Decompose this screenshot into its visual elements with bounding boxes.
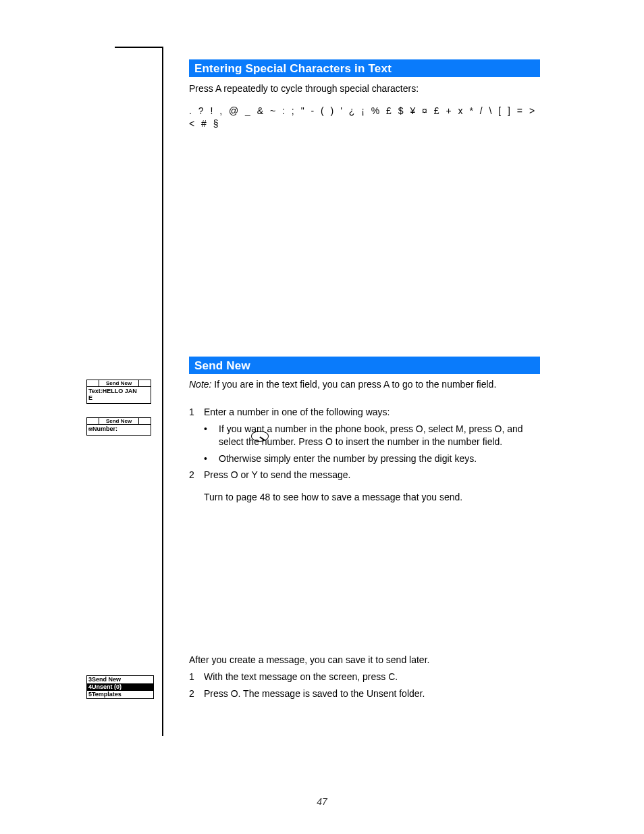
mock-list-row: 3Send New (87, 676, 153, 683)
nav-key-icon (251, 431, 269, 442)
mock-title-left-cap (87, 418, 99, 424)
mock-list-row: 5Templates (87, 691, 153, 698)
unsent-step-1: 1 With the text message on the screen, p… (189, 671, 540, 683)
bullet-text: Otherwise simply enter the number by pre… (219, 452, 540, 465)
page-number: 47 (0, 796, 644, 807)
send-new-footer-note: Turn to page 48 to see how to save a mes… (204, 491, 540, 504)
mock-title-row: Send New (87, 380, 151, 387)
note-body: If you are in the text field, you can pr… (214, 379, 496, 390)
unsent-step-2: 2 Press O. The message is saved to the U… (189, 687, 540, 700)
phone-mock-menu-list: 3Send New 4Unsent (0) 5Templates (86, 675, 154, 699)
step-text: Enter a number in one of the following w… (204, 406, 540, 419)
send-new-step-1: 1 Enter a number in one of the following… (189, 406, 540, 419)
step-number: 2 (189, 687, 204, 700)
special-chars-list: . ? ! , @ _ & ~ : ; " - ( ) ' ¿ ¡ % £ $ … (189, 105, 540, 130)
mock-list-row-selected: 4Unsent (0) (87, 683, 153, 691)
key-icon-container (250, 429, 270, 442)
step-text: With the text message on the screen, pre… (204, 671, 540, 683)
section-header-special-chars: Entering Special Characters in Text (189, 59, 540, 77)
mock-line-1: Number: (92, 425, 117, 432)
mock-body: Text:HELLO JAN E (87, 387, 151, 403)
mock-title-row: Send New (87, 418, 151, 425)
row-text: Send New (92, 676, 121, 683)
step-number: 2 (189, 469, 204, 481)
row-text: Templates (92, 691, 122, 698)
note-label: Note: (189, 379, 211, 390)
mock-title: Send New (99, 380, 138, 386)
mock-line-2: E (88, 394, 149, 401)
mock-title-right-cap (138, 418, 151, 424)
bullet-marker: • (204, 452, 219, 465)
section-header-send-new: Send New (189, 357, 540, 374)
send-new-note: Note: If you are in the text field, you … (189, 378, 540, 391)
send-new-bullet-b: • Otherwise simply enter the number by p… (204, 452, 540, 465)
mock-title-left-cap (87, 380, 99, 386)
unsent-intro: After you create a message, you can save… (189, 654, 540, 667)
row-text: Unsent (0) (92, 683, 122, 690)
special-chars-intro: Press A repeatedly to cycle through spec… (189, 82, 540, 95)
phone-mock-number-entry: Send New ✉Number: (86, 417, 151, 436)
step-text: Press O or Y to send the message. (204, 469, 540, 481)
send-new-step-2: 2 Press O or Y to send the message. (189, 469, 540, 481)
corner-horizontal-rule (115, 47, 163, 48)
mock-body: ✉Number: (87, 425, 151, 435)
mock-line-1: Text:HELLO JAN (88, 388, 149, 394)
phone-mock-text-entry: Send New Text:HELLO JAN E (86, 380, 151, 404)
mock-title: Send New (99, 418, 138, 424)
content-vertical-rule (162, 47, 163, 736)
step-text: Press O. The message is saved to the Uns… (204, 687, 540, 700)
mock-title-right-cap (138, 380, 151, 386)
step-number: 1 (189, 671, 204, 683)
step-number: 1 (189, 406, 204, 419)
bullet-marker: • (204, 423, 219, 448)
